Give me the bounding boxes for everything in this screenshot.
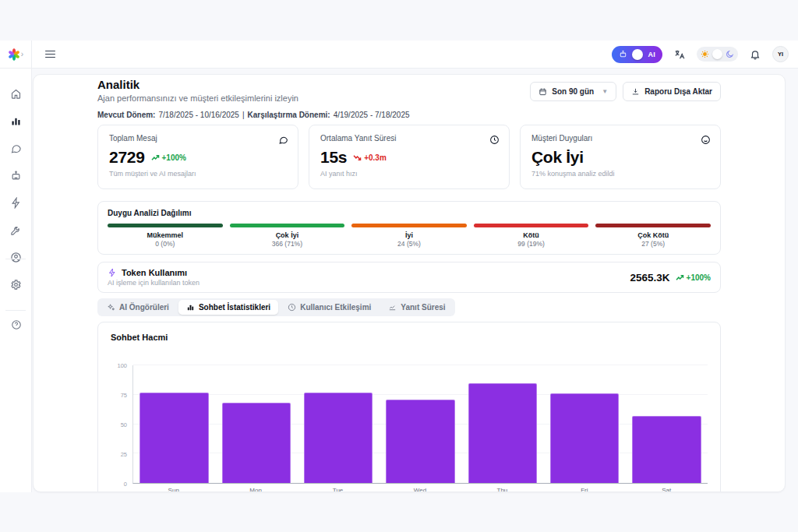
sentiment-distribution-card: Duygu Analizi Dağılımı Mükemmel 0 (0%) Ç… xyxy=(97,201,721,255)
clock-icon xyxy=(288,303,296,312)
stat-delta: +100% xyxy=(151,153,186,162)
stat-label: Müşteri Duyguları xyxy=(531,134,709,143)
tab-user-engagement[interactable]: Kullanıcı Etkileşimi xyxy=(280,300,379,315)
header-controls: AI xyxy=(612,46,789,63)
theme-toggle[interactable] xyxy=(697,47,738,62)
sentiment-segment-bad: Kötü 99 (19%) xyxy=(474,224,589,248)
chart-y-tick: 0 xyxy=(124,481,127,488)
translate-icon[interactable] xyxy=(674,49,685,60)
sidebar-expand-chevron-icon[interactable]: › xyxy=(21,51,23,58)
ai-mode-toggle[interactable]: AI xyxy=(612,46,662,63)
sidebar-zap-icon[interactable] xyxy=(6,193,25,212)
date-range-label: Son 90 gün xyxy=(552,87,594,96)
sentiment-bar xyxy=(595,224,711,227)
chart-bar[interactable] xyxy=(304,393,373,483)
stat-subtext: 71% konuşma analiz edildi xyxy=(531,170,709,178)
sidebar-help-icon[interactable] xyxy=(0,319,32,330)
message-icon xyxy=(278,134,288,148)
tab-chat-statistics[interactable]: Sohbet İstatistikleri xyxy=(178,300,278,315)
chart-x-label: Fri xyxy=(543,487,625,492)
sidebar-divider xyxy=(5,259,26,259)
app-logo-icon xyxy=(8,48,20,61)
sidebar-divider-bottom xyxy=(5,310,26,311)
chart-bars xyxy=(133,365,708,483)
sidebar-rail xyxy=(0,69,32,492)
bar-chart-icon xyxy=(186,303,195,312)
compare-period-label: Karşılaştırma Dönemi: xyxy=(248,111,330,119)
sun-icon xyxy=(701,50,709,58)
chart-bar[interactable] xyxy=(139,393,208,483)
trend-down-icon xyxy=(353,154,362,161)
period-line: Mevcut Dönem:7/18/2025 - 10/16/2025|Karş… xyxy=(97,111,721,119)
sidebar-bot-icon[interactable] xyxy=(6,166,25,185)
chart-plot xyxy=(132,365,708,484)
sidebar-home-icon[interactable] xyxy=(6,84,25,103)
sidebar-settings-icon[interactable] xyxy=(6,275,25,294)
chart-y-tick: 25 xyxy=(121,451,127,458)
chart-x-label: Sun xyxy=(132,487,214,492)
stat-card-avg-response: Ortalama Yanıt Süresi 15s +0.3m AI yanıt… xyxy=(309,125,510,189)
export-report-button[interactable]: Raporu Dışa Aktar xyxy=(623,82,721,101)
chart-bar[interactable] xyxy=(222,403,291,483)
stat-delta: +0.3m xyxy=(353,153,387,162)
tab-response-time[interactable]: Yanıt Süresi xyxy=(380,300,453,315)
token-title: Token Kullanımı xyxy=(122,268,187,277)
logo-area[interactable]: › xyxy=(0,41,32,68)
calendar-icon xyxy=(538,87,547,96)
stat-card-total-messages: Toplam Mesaj 2729 +100% Tüm müşteri ve A… xyxy=(97,125,298,189)
page: { "header": { "ai_label": "AI", "avatar_… xyxy=(0,0,798,532)
chart-x-label: Thu xyxy=(461,487,543,492)
sentiment-segment-very-good: Çok İyi 366 (71%) xyxy=(230,224,345,248)
date-range-select[interactable]: Son 90 gün ▼ xyxy=(530,82,616,101)
ai-toggle-knob[interactable] xyxy=(632,49,643,60)
stat-cards-row: Toplam Mesaj 2729 +100% Tüm müşteri ve A… xyxy=(97,125,721,189)
stat-value: 2729 xyxy=(109,148,145,167)
user-avatar[interactable]: YI xyxy=(772,46,789,62)
chart-title: Sohbet Hacmi xyxy=(111,333,708,342)
moon-icon xyxy=(726,50,734,58)
sidebar-tools-icon[interactable] xyxy=(6,220,25,239)
page-header: Analitik Ajan performansınızı ve müşteri… xyxy=(97,78,721,103)
stat-value: 15s xyxy=(320,148,347,167)
sentiment-bar xyxy=(474,224,589,227)
theme-toggle-knob[interactable] xyxy=(712,49,722,59)
analytics-tabs: AI Öngörüleri Sohbet İstatistikleri Kull… xyxy=(97,298,455,316)
chart-x-label: Sat xyxy=(626,487,708,492)
trend-up-icon xyxy=(151,154,160,161)
ai-toggle-label: AI xyxy=(648,51,655,58)
token-value: 2565.3K xyxy=(630,272,670,284)
chart-x-label: Mon xyxy=(214,487,296,492)
stat-subtext: AI yanıt hızı xyxy=(320,170,498,178)
chart-x-axis: SunMonTueWedThuFriSat xyxy=(132,487,708,492)
sidebar-chat-icon[interactable] xyxy=(6,139,25,157)
clock-icon xyxy=(489,134,500,148)
app-header: › AI xyxy=(0,41,798,69)
token-subtext: AI işleme için kullanılan token xyxy=(108,279,200,287)
chart-bar[interactable] xyxy=(550,393,619,483)
chart-bar[interactable] xyxy=(468,383,537,483)
chart-y-tick: 50 xyxy=(121,421,127,428)
hamburger-menu-icon[interactable] xyxy=(45,51,55,58)
chart-x-label: Wed xyxy=(379,487,461,492)
sparkles-icon xyxy=(107,303,115,312)
chevron-down-icon: ▼ xyxy=(602,88,608,95)
chart: 0255075100 xyxy=(111,365,708,484)
notifications-bell-icon[interactable] xyxy=(750,49,761,60)
sidebar-analytics-icon[interactable] xyxy=(6,111,25,130)
sentiment-segment-very-bad: Çok Kötü 27 (5%) xyxy=(595,224,711,248)
sidebar-contacts-icon[interactable] xyxy=(6,248,25,266)
period-separator: | xyxy=(242,111,245,119)
stat-card-customer-sentiment: Müşteri Duyguları Çok İyi 71% konuşma an… xyxy=(520,125,721,189)
compare-period-range: 4/19/2025 - 7/18/2025 xyxy=(334,111,410,119)
chart-y-axis: 0255075100 xyxy=(111,365,132,484)
export-report-label: Raporu Dışa Aktar xyxy=(644,87,712,96)
chart-bar[interactable] xyxy=(386,400,454,483)
stat-subtext: Tüm müşteri ve AI mesajları xyxy=(109,170,287,178)
sentiment-bar xyxy=(108,224,223,227)
chart-bar[interactable] xyxy=(632,416,701,483)
main-panel: Analitik Ajan performansınızı ve müşteri… xyxy=(33,74,786,492)
sentiment-bar xyxy=(230,224,345,227)
tab-ai-insights[interactable]: AI Öngörüleri xyxy=(99,300,177,315)
current-period-range: 7/18/2025 - 10/16/2025 xyxy=(158,111,238,119)
chart-y-tick: 100 xyxy=(117,362,127,369)
